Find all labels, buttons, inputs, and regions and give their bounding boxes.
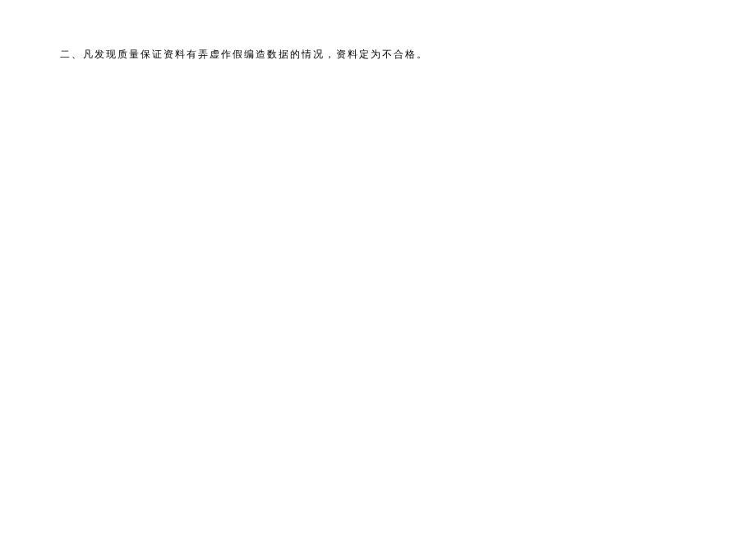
- document-paragraph: 二、凡发现质量保证资料有弄虚作假编造数据的情况，资料定为不合格。: [60, 47, 428, 62]
- paragraph-text: 二、凡发现质量保证资料有弄虚作假编造数据的情况，资料定为不合格。: [60, 48, 428, 60]
